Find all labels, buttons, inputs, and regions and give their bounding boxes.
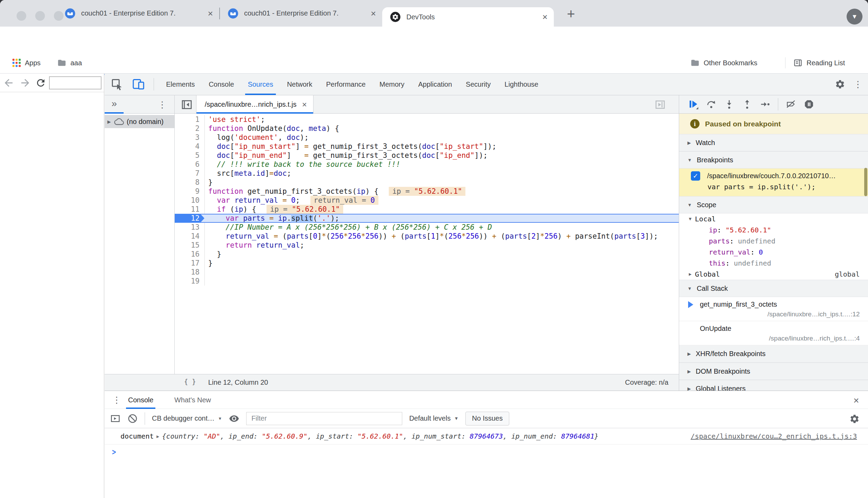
breakpoint-checkbox[interactable]: ✓ [691, 171, 700, 181]
devtools-tab-elements[interactable]: Elements [159, 74, 202, 95]
devtools-tab-console[interactable]: Console [202, 74, 241, 95]
step-over-icon[interactable] [706, 99, 716, 109]
step-into-icon[interactable] [724, 99, 734, 109]
device-toolbar-icon[interactable] [132, 78, 145, 90]
scope-global[interactable]: ▶ Global global [679, 269, 868, 280]
section-global-listeners[interactable]: ▶Global Listeners [679, 380, 868, 391]
line-number[interactable]: 11 [175, 205, 205, 214]
section-dom-breakpoints[interactable]: ▶DOM Breakpoints [679, 363, 868, 380]
settings-gear-icon[interactable] [835, 79, 845, 89]
code-line[interactable]: 17} [175, 259, 679, 268]
section-scope[interactable]: ▼ Scope [679, 196, 868, 213]
line-number[interactable]: 16 [175, 250, 205, 259]
code-line[interactable]: 16 } [175, 250, 679, 259]
console-sidebar-icon[interactable] [110, 413, 120, 424]
reading-list[interactable]: Reading List [793, 52, 845, 73]
editor-pane-toggle-icon[interactable] [655, 99, 666, 110]
line-number[interactable]: 12 [175, 214, 205, 223]
close-icon[interactable]: × [542, 12, 548, 21]
section-call-stack[interactable]: ▼ Call Stack [679, 280, 868, 297]
browser-tab[interactable]: couch01 - Enterprise Edition 7.× [220, 0, 382, 27]
scope-variable[interactable]: ip: "5.62.60.1" [679, 224, 868, 236]
code-line[interactable]: 5 doc["ip_num_end"] = get_numip_first_3_… [175, 151, 679, 160]
screencast-reload-icon[interactable] [35, 77, 48, 90]
code-line[interactable]: 7 src[meta.id]=doc; [175, 169, 679, 178]
line-number[interactable]: 18 [175, 268, 205, 277]
bookmark-folder-aaa[interactable]: aaa [57, 52, 82, 73]
code-line[interactable]: 11 if (ip) {ip = "5.62.60.1" [175, 205, 679, 214]
step-out-icon[interactable] [742, 99, 752, 109]
window-minimize-button[interactable] [35, 11, 45, 21]
line-number[interactable]: 3 [175, 133, 205, 142]
line-number[interactable]: 10 [175, 196, 205, 205]
apps-shortcut[interactable]: Apps [12, 52, 41, 73]
line-number[interactable]: 15 [175, 241, 205, 250]
hide-navigator-icon[interactable] [181, 99, 193, 111]
code-line[interactable]: 2function OnUpdate(doc, meta) { [175, 124, 679, 133]
new-tab-button[interactable]: + [567, 6, 575, 22]
code-line[interactable]: 9function get_numip_first_3_octets(ip) {… [175, 187, 679, 196]
breakpoint-entry[interactable]: ✓ /space/linuxbrew/couch.7.0.0.20210710…… [679, 169, 868, 196]
devtools-menu-icon[interactable]: ⋮ [853, 80, 862, 89]
log-levels-dropdown[interactable]: Default levels ▼ [409, 414, 459, 422]
window-close-button[interactable] [17, 11, 26, 21]
section-watch[interactable]: ▶ Watch [679, 134, 868, 151]
close-icon[interactable]: × [371, 9, 376, 18]
other-bookmarks[interactable]: Other Bookmarks [691, 52, 758, 73]
devtools-tab-sources[interactable]: Sources [241, 74, 280, 95]
no-issues-button[interactable]: No Issues [465, 412, 509, 425]
line-number[interactable]: 8 [175, 178, 205, 187]
devtools-tab-network[interactable]: Network [280, 74, 319, 95]
line-number[interactable]: 17 [175, 259, 205, 268]
line-number[interactable]: 7 [175, 169, 205, 178]
file-tab[interactable]: /space/linuxbre…nrich_ips.t.js × [196, 95, 314, 114]
tab-whats-new[interactable]: What's New [174, 391, 211, 409]
source-link[interactable]: /space/linuxbrew/cou…2_enrich_ips.t.js:3 [691, 432, 857, 440]
devtools-tab-security[interactable]: Security [459, 74, 498, 95]
line-number[interactable]: 5 [175, 151, 205, 160]
navigator-item-no-domain[interactable]: ▶ (no domain) [105, 115, 174, 128]
step-icon[interactable] [760, 99, 770, 109]
clear-console-icon[interactable] [127, 413, 138, 424]
screencast-url-input[interactable] [49, 76, 102, 89]
line-number[interactable]: 19 [175, 277, 205, 286]
scope-variable[interactable]: parts: undefined [679, 236, 868, 247]
browser-tab[interactable]: couch01 - Enterprise Edition 7.× [57, 0, 219, 27]
code-line[interactable]: 13 //IP Number = A x (256*256*256) + B x… [175, 223, 679, 232]
pretty-print-icon[interactable]: { } [184, 378, 196, 385]
execution-context-selector[interactable]: CB debugger cont… ▼ [152, 414, 222, 422]
code-line[interactable]: 8} [175, 178, 679, 187]
code-line[interactable]: 4 doc["ip_num_start"] = get_numip_first_… [175, 142, 679, 151]
code-line[interactable]: 6 // !!! write back to the source bucket… [175, 160, 679, 169]
tab-overflow-icon[interactable]: » [112, 98, 117, 109]
code-line[interactable]: 19 [175, 277, 679, 286]
line-number[interactable]: 9 [175, 187, 205, 196]
resume-script-icon[interactable] [688, 99, 698, 109]
tab-search-button[interactable]: ▼ [847, 9, 862, 25]
code-line[interactable]: 1'use strict'; [175, 115, 679, 124]
scope-variable[interactable]: this: undefined [679, 258, 868, 269]
code-line[interactable]: 10 var return_val = 0;return_val = 0 [175, 196, 679, 205]
tab-console[interactable]: Console [128, 391, 153, 409]
console-prompt[interactable]: > [105, 444, 868, 460]
inspect-element-icon[interactable] [111, 78, 123, 90]
live-expression-eye-icon[interactable] [229, 413, 239, 424]
deactivate-breakpoints-icon[interactable] [786, 99, 796, 109]
line-number[interactable]: 1 [175, 115, 205, 124]
code-line[interactable]: 15 return return_val; [175, 241, 679, 250]
disclosure-arrow-icon[interactable]: ▶ [107, 119, 111, 124]
line-number[interactable]: 4 [175, 142, 205, 151]
code-line[interactable]: 14 return_val = (parts[0]*(256*256*256))… [175, 232, 679, 241]
line-number[interactable]: 13 [175, 223, 205, 232]
scope-variable[interactable]: return_val: 0 [679, 247, 868, 258]
line-number[interactable]: 6 [175, 160, 205, 169]
pause-on-exceptions-icon[interactable] [804, 99, 814, 109]
call-stack-frame[interactable]: get_numip_first_3_octets/space/linuxbre…… [679, 297, 868, 321]
browser-tab[interactable]: DevTools× [382, 7, 554, 27]
screencast-forward-icon[interactable] [19, 77, 32, 89]
section-breakpoints[interactable]: ▼ Breakpoints [679, 151, 868, 169]
console-message[interactable]: document ▶ {country: "AD", ip_end: "5.62… [105, 428, 868, 444]
console-settings-gear-icon[interactable] [849, 414, 860, 424]
code-line[interactable]: 3 log('document', doc); [175, 133, 679, 142]
close-drawer-icon[interactable]: × [853, 395, 859, 406]
